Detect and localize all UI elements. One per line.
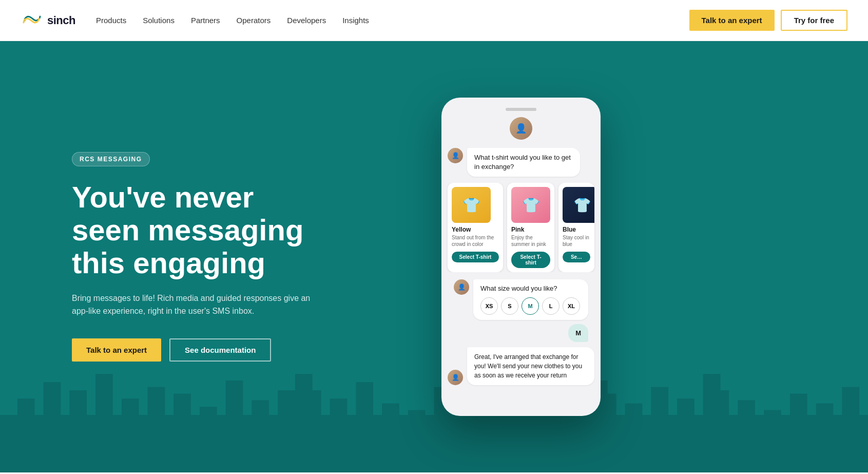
agent-avatar-top: 👤 <box>510 117 532 140</box>
sidebar-item-operators[interactable]: Operators <box>237 16 271 25</box>
select-pink-button[interactable]: Select T-shirt <box>511 252 550 268</box>
product-card-yellow: 👕 Yellow Stand out from the crowd in col… <box>448 183 503 272</box>
size-m-button[interactable]: M <box>522 297 539 315</box>
hero-title: You've never seen messaging this engagin… <box>72 181 421 279</box>
agent-avatar-1: 👤 <box>448 148 463 163</box>
final-message-bubble: Great, I've arranged that exchange for y… <box>467 347 594 385</box>
shirt-icon-blue: 👕 <box>563 187 594 223</box>
product-scroll: 👕 Yellow Stand out from the crowd in col… <box>441 183 601 272</box>
hero-section: RCS MESSAGING You've never seen messagin… <box>0 41 868 472</box>
size-question-text: What size would you like? <box>480 285 557 292</box>
product-name-blue: Blue <box>563 226 590 233</box>
sidebar-item-partners[interactable]: Partners <box>191 16 220 25</box>
product-desc-yellow: Stand out from the crowd in color <box>452 234 499 248</box>
product-card-pink: 👕 Pink Enjoy the summer in pink Select T… <box>507 183 554 272</box>
hero-buttons: Talk to an expert See documentation <box>72 338 421 362</box>
shirt-icon-yellow: 👕 <box>452 187 491 223</box>
sidebar-item-products[interactable]: Products <box>96 16 126 25</box>
size-chat-bubble: What size would you like? XS S M L XL <box>473 279 588 320</box>
final-message-row: 👤 Great, I've arranged that exchange for… <box>441 347 601 385</box>
size-options: XS S M L XL <box>480 297 581 315</box>
product-image-yellow: 👕 <box>452 187 491 223</box>
phone-pill <box>506 108 536 111</box>
agent-avatar-2: 👤 <box>454 279 469 295</box>
size-l-button[interactable]: L <box>542 297 560 315</box>
sidebar-item-insights[interactable]: Insights <box>342 16 369 25</box>
product-name-yellow: Yellow <box>452 226 499 233</box>
sidebar-item-developers[interactable]: Developers <box>287 16 326 25</box>
select-blue-button[interactable]: Se… <box>563 252 590 262</box>
hero-see-documentation-button[interactable]: See documentation <box>169 338 271 362</box>
agent-avatar-3: 👤 <box>448 370 463 385</box>
size-section: 👤 What size would you like? XS S M L XL <box>441 279 601 320</box>
size-xl-button[interactable]: XL <box>563 297 580 315</box>
hero-content: RCS MESSAGING You've never seen messagin… <box>72 152 421 362</box>
logo-text: sinch <box>47 14 75 27</box>
select-yellow-button[interactable]: Select T-shirt <box>452 252 499 262</box>
product-card-blue: 👕 Blue Stay cool in blue Se… <box>558 183 594 272</box>
product-desc-pink: Enjoy the summer in pink <box>511 234 550 248</box>
product-image-blue: 👕 <box>563 187 594 223</box>
hero-subtitle: Bring messages to life! Rich media and g… <box>72 292 318 318</box>
phone-notch <box>441 108 601 111</box>
rcs-badge: RCS MESSAGING <box>72 152 150 166</box>
navbar-left: sinch Products Solutions Partners Operat… <box>21 13 369 28</box>
try-for-free-button[interactable]: Try for free <box>781 10 847 31</box>
phone-top-avatar: 👤 <box>441 117 601 140</box>
reply-bubble-m: M <box>568 324 588 342</box>
size-xs-button[interactable]: XS <box>480 297 498 315</box>
chat-row-question1: 👤 What t-shirt would you like to get in … <box>448 148 594 177</box>
logo-area: sinch <box>21 13 75 28</box>
phone-frame: 👤 👤 What t-shirt would you like to get i… <box>441 98 601 416</box>
chat-bubble-question1: What t-shirt would you like to get in ex… <box>467 148 580 177</box>
navbar-right: Talk to an expert Try for free <box>689 10 847 31</box>
talk-to-expert-button[interactable]: Talk to an expert <box>689 10 775 31</box>
product-name-pink: Pink <box>511 226 550 233</box>
sidebar-item-solutions[interactable]: Solutions <box>143 16 175 25</box>
chat-area: 👤 What t-shirt would you like to get in … <box>441 148 601 177</box>
size-bubble-row: 👤 What size would you like? XS S M L XL <box>448 279 594 320</box>
product-image-pink: 👕 <box>511 187 550 223</box>
nav-links: Products Solutions Partners Operators De… <box>96 16 369 25</box>
product-desc-blue: Stay cool in blue <box>563 234 590 248</box>
navbar: sinch Products Solutions Partners Operat… <box>0 0 868 41</box>
size-s-button[interactable]: S <box>501 297 518 315</box>
reply-row: M <box>441 320 601 342</box>
sinch-logo-icon <box>21 13 43 28</box>
hero-talk-to-expert-button[interactable]: Talk to an expert <box>72 338 161 362</box>
shirt-icon-pink: 👕 <box>511 187 550 223</box>
phone-mockup: 👤 👤 What t-shirt would you like to get i… <box>441 98 601 416</box>
